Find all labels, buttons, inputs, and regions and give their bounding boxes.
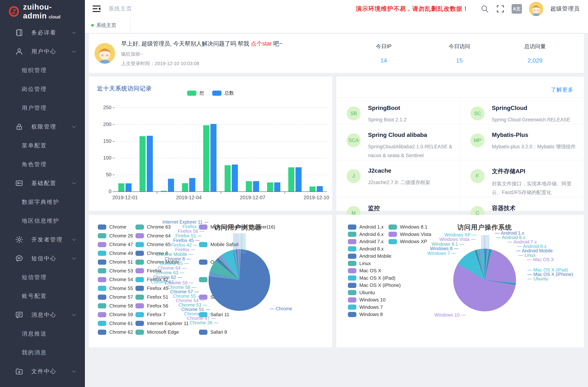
greeting-subtitle: 疯狂加班~ — [121, 51, 282, 57]
callout-line — [178, 277, 182, 278]
legend-item-Firefox 45[interactable]: Firefox 45 — [135, 285, 168, 291]
sidebar-item-短信中心[interactable]: 短信中心 — [0, 249, 85, 268]
legend-item-您[interactable]: 您 — [187, 90, 204, 96]
legend-item-Android Mobile[interactable]: Android Mobile — [348, 253, 391, 259]
legend-item-Android 8.x[interactable]: Android 8.x — [348, 246, 384, 252]
legend-item-Chrome 58[interactable]: Chrome 58 — [98, 303, 133, 309]
legend-item-Chrome 61[interactable]: Chrome 61 — [98, 321, 133, 326]
legend-swatch — [135, 260, 144, 265]
legend-item-Mobile Safari[interactable]: Mobile Safari — [199, 242, 238, 247]
tab-system-home[interactable]: 系统主页 — [85, 18, 130, 33]
sidebar-item-岗位管理[interactable]: 岗位管理 — [0, 80, 85, 99]
notebook-icon — [14, 28, 24, 38]
legend-item-Chrome 63[interactable]: Chrome 63 — [135, 224, 171, 230]
sidebar-item-权限管理[interactable]: 权限管理 — [0, 117, 85, 136]
legend-item-Linux[interactable]: Linux — [348, 261, 371, 266]
legend-item-Internet Explorer 11[interactable]: Internet Explorer 11 — [135, 321, 189, 326]
legend-item-Chrome 57[interactable]: Chrome 57 — [98, 294, 133, 300]
sidebar-item-消息推送[interactable]: 消息推送 — [0, 324, 85, 343]
breadcrumb[interactable]: 系统主页 — [108, 5, 132, 13]
legend-item-Mac OS X (iPhone)[interactable]: Mac OS X (iPhone) — [348, 283, 401, 288]
legend-swatch — [388, 232, 397, 237]
legend-label: Windows 8 — [359, 312, 383, 317]
translate-icon[interactable]: A文 — [512, 4, 522, 14]
legend-item-Chrome 54[interactable]: Chrome 54 — [98, 277, 133, 283]
legend-item-Mac OS X (iPad)[interactable]: Mac OS X (iPad) — [348, 275, 395, 281]
legend-label: Mobile Safari — [210, 242, 238, 247]
chevron-down-icon — [71, 180, 77, 186]
learn-more-link[interactable]: 了解更多 — [551, 86, 574, 94]
legend-item-Windows Vista[interactable]: Windows Vista — [388, 231, 431, 237]
sidebar-item-基础配置[interactable]: 基础配置 — [0, 174, 85, 193]
legend-item-Chrome 51[interactable]: Chrome 51 — [98, 259, 133, 265]
sidebar-item-用户中心[interactable]: 用户中心 — [0, 42, 85, 61]
sidebar-item-我的消息[interactable]: 我的消息 — [0, 343, 85, 362]
sidebar-item-开发者管理[interactable]: 开发者管理 — [0, 230, 85, 249]
legend-swatch — [348, 312, 356, 317]
legend-item-Windows 8.1[interactable]: Windows 8.1 — [388, 224, 427, 230]
main-area: 系统主页 演示环境维护不易，请勿乱删乱改数据！ A文 — [85, 0, 588, 387]
username-label[interactable]: 超级管理员 — [550, 5, 580, 13]
legend-item-Chrome 65[interactable]: Chrome 65 — [135, 242, 171, 247]
legend-item-Chrome 55[interactable]: Chrome 55 — [98, 285, 133, 291]
sidebar-item-组织管理[interactable]: 组织管理 — [0, 61, 85, 80]
sidebar-item-消息中心[interactable]: 消息中心 — [0, 306, 85, 324]
sidebar-item-角色管理[interactable]: 角色管理 — [0, 155, 85, 174]
legend-item-Windows 7[interactable]: Windows 7 — [348, 304, 383, 310]
legend-item-Android 7.x[interactable]: Android 7.x — [348, 239, 384, 244]
tech-name: 容器技术 — [492, 204, 577, 212]
stat-label: 今日访问 — [421, 43, 497, 50]
tech-name: SpringBoot — [368, 104, 407, 111]
sidebar-item-务必详看[interactable]: 务必详看 — [0, 23, 85, 42]
collapse-menu-icon[interactable] — [92, 5, 101, 13]
legend-swatch — [98, 330, 106, 335]
legend-item-Windows 10[interactable]: Windows 10 — [348, 297, 386, 303]
legend-item-Chrome 59[interactable]: Chrome 59 — [98, 312, 133, 317]
visit-chart-legend: 您总数 — [89, 90, 332, 96]
app-logo[interactable]: Z zuihou-admincloud — [0, 0, 85, 19]
legend-item-总数[interactable]: 总数 — [212, 90, 234, 96]
legend-item-Chrome[interactable]: Chrome — [98, 224, 126, 230]
legend-item-Firefox 56[interactable]: Firefox 56 — [135, 303, 168, 309]
sidebar-item-地区信息维护[interactable]: 地区信息维护 — [0, 211, 85, 230]
tech-item-SpringBoot: SBSpringBootSpring Boot 2.1.2 — [336, 97, 460, 124]
legend-item-Ubuntu[interactable]: Ubuntu — [348, 290, 375, 296]
legend-item-Chrome 53[interactable]: Chrome 53 — [98, 268, 133, 274]
user-avatar[interactable] — [529, 2, 543, 16]
legend-item-Mac OS X[interactable]: Mac OS X — [348, 268, 381, 274]
browser-pie[interactable] — [209, 249, 270, 311]
tech-desc: 封装文件接口，实现本地存储、阿里云、FastDFS存储的配置化 — [492, 180, 577, 197]
sidebar-item-账号配置[interactable]: 账号配置 — [0, 287, 85, 306]
sidebar-item-文件中心[interactable]: 文件中心 — [0, 362, 85, 381]
legend-item-Microsoft Edge[interactable]: Microsoft Edge — [135, 329, 179, 335]
legend-item-Safari 9[interactable]: Safari 9 — [199, 329, 227, 335]
star-link[interactable]: 点个star — [251, 41, 272, 47]
legend-item-Chrome 62[interactable]: Chrome 62 — [98, 329, 133, 335]
legend-item-Chrome 26[interactable]: Chrome 26 — [98, 233, 133, 239]
legend-label: Mac OS X — [359, 268, 381, 274]
sidebar-item-短信管理[interactable]: 短信管理 — [0, 268, 85, 287]
legend-item-Android 6.x[interactable]: Android 6.x — [348, 231, 384, 237]
sidebar-item-菜单配置[interactable]: 菜单配置 — [0, 136, 85, 155]
bar-total — [210, 124, 216, 191]
sidebar-item-用户管理[interactable]: 用户管理 — [0, 99, 85, 117]
pie-callout-Mac OS X: Mac OS X — [527, 257, 554, 262]
os-pie[interactable] — [453, 249, 516, 311]
legend-item-Chrome 64[interactable]: Chrome 64 — [135, 233, 171, 239]
legend-label: Internet Explorer 11 — [147, 321, 189, 326]
fullscreen-icon[interactable] — [496, 5, 504, 13]
sidebar-item-数据字典维护[interactable]: 数据字典维护 — [0, 193, 85, 211]
legend-item-Chrome 49[interactable]: Chrome 49 — [98, 250, 133, 256]
callout-line — [204, 222, 209, 223]
legend-item-Firefox 7[interactable]: Firefox 7 — [135, 312, 166, 317]
search-icon[interactable] — [481, 5, 489, 13]
legend-item-Windows 8[interactable]: Windows 8 — [348, 312, 383, 317]
bar-you — [310, 186, 315, 191]
legend-item-Android 1.x[interactable]: Android 1.x — [348, 224, 384, 230]
legend-item-Firefox 51[interactable]: Firefox 51 — [135, 294, 168, 300]
legend-item-Windows XP[interactable]: Windows XP — [388, 239, 427, 244]
tech-body: 文件存储API封装文件接口，实现本地存储、阿里云、FastDFS存储的配置化 — [492, 167, 577, 197]
legend-item-Chrome 47[interactable]: Chrome 47 — [98, 242, 133, 247]
avatar-image — [529, 2, 543, 16]
x-axis-tick — [157, 191, 157, 194]
